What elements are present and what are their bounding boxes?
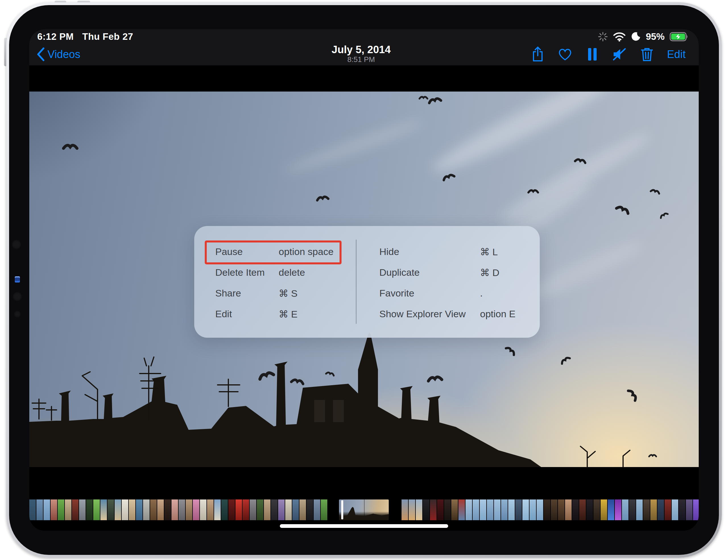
- filmstrip-thumbnail[interactable]: [494, 499, 501, 520]
- filmstrip-thumbnail[interactable]: [65, 499, 71, 520]
- filmstrip-thumbnail[interactable]: [693, 499, 699, 520]
- filmstrip-thumbnail[interactable]: [672, 499, 678, 520]
- shortcut-label: Hide: [379, 246, 399, 257]
- filmstrip-thumbnail[interactable]: [228, 499, 235, 520]
- filmstrip-thumbnail[interactable]: [44, 499, 50, 520]
- mute-button[interactable]: [613, 47, 627, 62]
- filmstrip-left-segment[interactable]: [29, 499, 329, 520]
- filmstrip-thumbnail[interactable]: [150, 499, 157, 520]
- home-indicator[interactable]: [280, 524, 448, 528]
- filmstrip-thumbnail[interactable]: [423, 499, 429, 520]
- filmstrip-thumbnail[interactable]: [444, 499, 451, 520]
- filmstrip-thumbnail[interactable]: [235, 499, 242, 520]
- filmstrip-thumbnail[interactable]: [314, 499, 320, 520]
- filmstrip-thumbnail[interactable]: [515, 499, 522, 520]
- filmstrip-thumbnail[interactable]: [292, 499, 299, 520]
- filmstrip-thumbnail[interactable]: [522, 499, 529, 520]
- filmstrip-thumbnail[interactable]: [409, 499, 415, 520]
- filmstrip-thumbnail[interactable]: [86, 499, 93, 520]
- filmstrip-thumbnail[interactable]: [115, 499, 121, 520]
- shortcut-keys: option E: [480, 308, 516, 319]
- filmstrip-thumbnail[interactable]: [643, 499, 650, 520]
- filmstrip-thumbnail[interactable]: [186, 499, 192, 520]
- filmstrip-thumbnail[interactable]: [200, 499, 206, 520]
- filmstrip-thumbnail[interactable]: [250, 499, 256, 520]
- filmstrip-thumbnail[interactable]: [565, 499, 572, 520]
- filmstrip-thumbnail[interactable]: [278, 499, 285, 520]
- filmstrip-thumbnail[interactable]: [36, 499, 43, 520]
- filmstrip-thumbnail[interactable]: [58, 499, 64, 520]
- filmstrip-thumbnail[interactable]: [601, 499, 607, 520]
- filmstrip-thumbnail[interactable]: [508, 499, 515, 520]
- filmstrip-thumbnail[interactable]: [551, 499, 557, 520]
- current-video-thumbnail[interactable]: [339, 499, 389, 520]
- filmstrip-thumbnail[interactable]: [537, 499, 543, 520]
- filmstrip-thumbnail[interactable]: [586, 499, 593, 520]
- filmstrip-thumbnail[interactable]: [544, 499, 550, 520]
- filmstrip-thumbnail[interactable]: [451, 499, 458, 520]
- filmstrip-thumbnail[interactable]: [179, 499, 185, 520]
- dnd-moon-icon: [631, 32, 641, 42]
- filmstrip-thumbnail[interactable]: [29, 499, 36, 520]
- filmstrip-thumbnail[interactable]: [636, 499, 643, 520]
- filmstrip-thumbnail[interactable]: [572, 499, 579, 520]
- filmstrip-thumbnail[interactable]: [657, 499, 664, 520]
- filmstrip-thumbnail[interactable]: [437, 499, 444, 520]
- filmstrip-thumbnail[interactable]: [402, 499, 408, 520]
- filmstrip-thumbnail[interactable]: [416, 499, 422, 520]
- filmstrip-thumbnail[interactable]: [164, 499, 171, 520]
- filmstrip-thumbnail[interactable]: [214, 499, 221, 520]
- filmstrip-thumbnail[interactable]: [321, 499, 327, 520]
- filmstrip-thumbnail[interactable]: [136, 499, 142, 520]
- filmstrip-thumbnail[interactable]: [430, 499, 437, 520]
- filmstrip-thumbnail[interactable]: [679, 499, 685, 520]
- filmstrip-thumbnail[interactable]: [466, 499, 472, 520]
- filmstrip-thumbnail[interactable]: [473, 499, 479, 520]
- filmstrip-thumbnail[interactable]: [243, 499, 249, 520]
- filmstrip-thumbnail[interactable]: [665, 499, 671, 520]
- delete-button[interactable]: [640, 47, 654, 62]
- filmstrip-thumbnail[interactable]: [650, 499, 657, 520]
- filmstrip-thumbnail[interactable]: [51, 499, 57, 520]
- filmstrip-thumbnail[interactable]: [129, 499, 135, 520]
- filmstrip-thumbnail[interactable]: [79, 499, 86, 520]
- back-button[interactable]: Videos: [37, 47, 80, 62]
- filmstrip-thumbnail[interactable]: [157, 499, 164, 520]
- filmstrip-thumbnail[interactable]: [480, 499, 486, 520]
- filmstrip-thumbnail[interactable]: [72, 499, 78, 520]
- filmstrip-thumbnail[interactable]: [193, 499, 199, 520]
- filmstrip-thumbnail[interactable]: [221, 499, 228, 520]
- filmstrip-thumbnail[interactable]: [285, 499, 292, 520]
- filmstrip-thumbnail[interactable]: [579, 499, 586, 520]
- filmstrip-thumbnail[interactable]: [271, 499, 278, 520]
- filmstrip-thumbnail[interactable]: [100, 499, 107, 520]
- filmstrip-thumbnail[interactable]: [629, 499, 636, 520]
- filmstrip-thumbnail[interactable]: [608, 499, 614, 520]
- filmstrip-thumbnail[interactable]: [307, 499, 313, 520]
- filmstrip-thumbnail[interactable]: [615, 499, 621, 520]
- filmstrip-thumbnail[interactable]: [593, 499, 600, 520]
- filmstrip-thumbnail[interactable]: [171, 499, 178, 520]
- filmstrip-thumbnail[interactable]: [122, 499, 128, 520]
- filmstrip-thumbnail[interactable]: [264, 499, 270, 520]
- video-playhead[interactable]: [341, 500, 343, 519]
- filmstrip-thumbnail[interactable]: [487, 499, 493, 520]
- filmstrip-thumbnail[interactable]: [257, 499, 263, 520]
- filmstrip-thumbnail[interactable]: [530, 499, 536, 520]
- filmstrip-thumbnail[interactable]: [622, 499, 628, 520]
- pause-button[interactable]: [585, 47, 599, 62]
- filmstrip-thumbnail[interactable]: [143, 499, 150, 520]
- filmstrip-thumbnail[interactable]: [686, 499, 692, 520]
- filmstrip-thumbnail[interactable]: [458, 499, 465, 520]
- share-button[interactable]: [531, 47, 545, 62]
- filmstrip-thumbnail[interactable]: [501, 499, 508, 520]
- filmstrip-thumbnail[interactable]: [299, 499, 306, 520]
- filmstrip-right-segment[interactable]: [402, 499, 699, 520]
- nav-actions: Edit: [531, 44, 686, 65]
- filmstrip-thumbnail[interactable]: [93, 499, 100, 520]
- filmstrip-thumbnail[interactable]: [107, 499, 114, 520]
- favorite-button[interactable]: [558, 47, 572, 62]
- filmstrip-thumbnail[interactable]: [558, 499, 564, 520]
- filmstrip-thumbnail[interactable]: [207, 499, 214, 520]
- edit-button[interactable]: Edit: [667, 48, 686, 61]
